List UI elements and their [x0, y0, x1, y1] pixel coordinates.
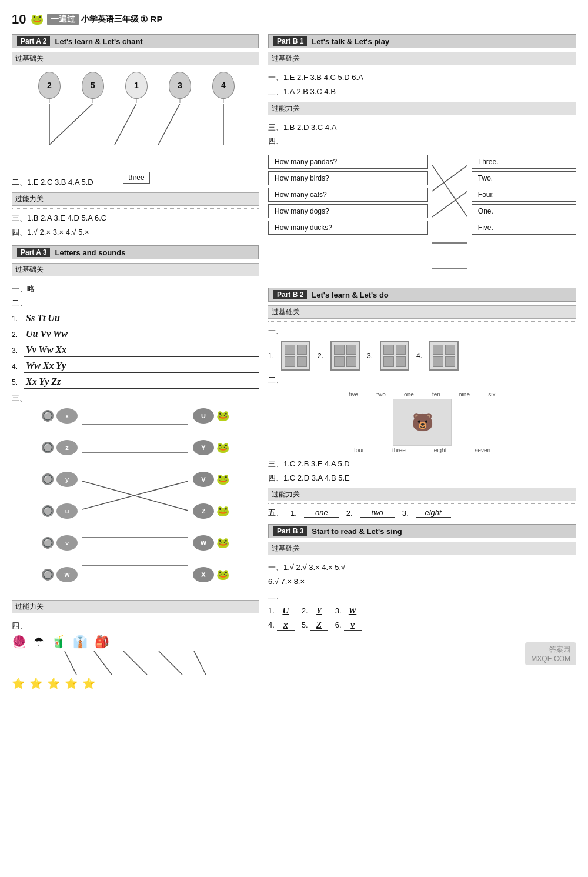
la-letter-4: x: [277, 620, 295, 631]
letter-answers-area: 1. U 2. Y 3. W: [268, 606, 576, 616]
sw-eight: eight: [434, 447, 447, 453]
part-b3-section: Part B 3 Start to read & Let's sing 过基础关…: [268, 524, 576, 630]
part-a3-title: Letters and sounds: [55, 248, 125, 257]
frog-lines-svg: [82, 416, 188, 587]
a3-note2: 二、: [12, 297, 259, 309]
svg-line-15: [194, 651, 206, 675]
balloon-1: 1: [125, 72, 148, 99]
letter-answers-area-2: 4. x 5. Z 6. v: [268, 620, 576, 631]
b2-wu-row: 五、 1. one 2. two 3. eight: [268, 508, 576, 518]
star-3: ⭐: [47, 677, 60, 690]
b3-answers-1b: 6.√ 7.× 8.×: [268, 576, 576, 588]
subsection-a3-1: 过基础关: [12, 263, 259, 276]
b2-wu-ans1: one: [304, 508, 339, 518]
obj-star-lines: [53, 651, 218, 675]
frog-W: W: [193, 535, 214, 551]
svg-line-2: [115, 104, 136, 145]
subsection-a2-1: 过基础关: [12, 52, 259, 65]
sw-five: five: [349, 391, 359, 398]
sw-three: three: [392, 447, 406, 453]
sw-six: six: [488, 391, 495, 398]
label-y: y: [56, 472, 78, 487]
swing-words-bottom: four three eight seven: [340, 447, 505, 453]
a3-note4: 四、: [12, 620, 259, 632]
part-b3-header: Part B 3 Start to read & Let's sing: [268, 524, 576, 538]
frog-Z: Z: [193, 503, 214, 519]
balloon-5: 5: [82, 72, 104, 99]
qa-matching-area: How many pandas? How many birds? How man…: [268, 152, 576, 282]
letter-ans-6: 6. v: [335, 620, 362, 631]
a2-answers-3: 四、1.√ 2.× 3.× 4.√ 5.×: [12, 226, 259, 239]
subsection-b1-1: 过基础关: [268, 52, 576, 65]
star-4: ⭐: [65, 677, 78, 690]
la-num-1: 1.: [268, 606, 275, 615]
obj-5: 🎒: [95, 635, 109, 649]
label-w: w: [56, 567, 78, 582]
part-b1-title: Let's talk & Let's play: [312, 37, 389, 46]
part-a2-header: Part A 2 Let's learn & Let's chant: [12, 34, 259, 48]
frog-V: V: [193, 472, 214, 487]
b2-wu-num2: 2.: [346, 509, 353, 518]
a2-answers-2: 三、1.B 2.A 3.E 4.D 5.A 6.C: [12, 212, 259, 225]
b2-wu-ans3: eight: [416, 508, 451, 518]
qa-a2: Two.: [472, 171, 576, 185]
part-a2-section: Part A 2 Let's learn & Let's chant 过基础关 …: [12, 34, 259, 238]
obj-2: ☂: [34, 635, 44, 649]
balloon-2: 2: [38, 72, 61, 99]
la-letter-3: W: [344, 606, 362, 616]
label-z: z: [56, 440, 78, 455]
b2-answers-si: 四、1.C 2.D 3.A 4.B 5.E: [268, 472, 576, 485]
watermark-line2: MXQE.COM: [531, 655, 570, 663]
qa-a3: Four.: [472, 188, 576, 202]
window-1: [281, 341, 310, 371]
subsection-a2-2: 过能力关: [12, 192, 259, 206]
b2-answers-san: 三、1.C 2.B 3.E 4.A 5.D: [268, 458, 576, 471]
sw-seven: seven: [475, 447, 490, 453]
b2-wu-label: 五、: [268, 508, 283, 518]
subsection-b2-1: 过基础关: [268, 305, 576, 319]
left-column: Part A 2 Let's learn & Let's chant 过基础关 …: [12, 34, 259, 692]
qa-right-col: Three. Two. Four. One. Five.: [472, 152, 576, 237]
qa-q4: How many dogs?: [268, 204, 428, 218]
letter-content-3: Vv Ww Xx: [24, 345, 259, 357]
qa-q3: How many cats?: [268, 188, 428, 202]
b2-wu-ans2: two: [360, 508, 395, 518]
dotted-divider-1: [12, 68, 259, 68]
letter-ans-3: 3. W: [335, 606, 362, 616]
svg-line-18: [432, 191, 467, 217]
page-title-icon: 🐸: [31, 13, 44, 26]
svg-line-1: [49, 104, 93, 145]
page-number: 10: [12, 12, 26, 27]
svg-line-17: [432, 165, 467, 191]
balloon-matching-area: 2 5 1 3 4: [12, 72, 259, 172]
frog-X: X: [193, 567, 214, 582]
svg-line-16: [432, 165, 467, 217]
qa-q1: How many pandas?: [268, 155, 428, 169]
part-b1-tag: Part B 1: [273, 36, 307, 46]
qa-a4: One.: [472, 204, 576, 218]
letter-ans-5: 5. Z: [302, 620, 328, 631]
letter-row-1: 1. Ss Tt Uu: [12, 313, 259, 325]
frog-Y: Y: [193, 440, 214, 455]
part-b3-title: Start to read & Let's sing: [312, 527, 402, 536]
svg-line-3: [158, 104, 180, 145]
a3-note3: 三、: [12, 392, 259, 405]
win-num-4: 4.: [416, 352, 422, 360]
b1-answers-2: 二、1.A 2.B 3.C 4.B: [268, 86, 576, 98]
swing-words-top: five two one ten nine six: [340, 391, 505, 398]
star-2: ⭐: [29, 677, 42, 690]
swing-image-bear: 🐻: [393, 399, 452, 446]
part-a3-tag: Part A 3: [17, 248, 50, 257]
part-b1-section: Part B 1 Let's talk & Let's play 过基础关 一、…: [268, 34, 576, 282]
frog-matching-area: 🔘 x 🔘 z 🔘 y 🔘 u: [35, 408, 235, 596]
b1-note4: 四、: [268, 135, 576, 148]
letter-ans-4: 4. x: [268, 620, 295, 631]
la-num-4: 4.: [268, 621, 275, 629]
la-num-6: 6.: [335, 621, 342, 629]
svg-line-11: [65, 651, 76, 675]
qa-q5: How many ducks?: [268, 221, 428, 235]
obj-3: 🧃: [51, 635, 66, 649]
word-three: three: [123, 172, 149, 184]
letter-row-2: 2. Uu Vv Ww: [12, 329, 259, 341]
b2-wu-num1: 1.: [290, 509, 297, 518]
